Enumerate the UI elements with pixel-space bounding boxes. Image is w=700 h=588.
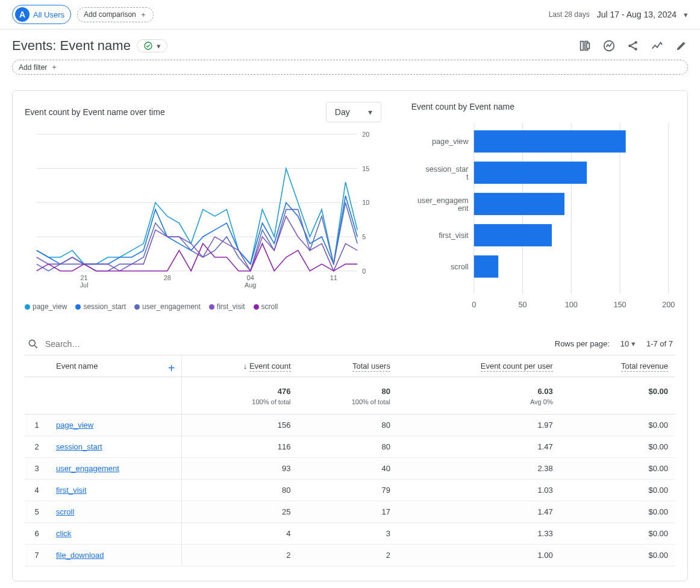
- total-revenue: $0.00: [560, 377, 675, 398]
- event-link[interactable]: first_visit: [56, 486, 87, 495]
- row-revenue: $0.00: [560, 544, 675, 566]
- total-users: 80: [298, 377, 398, 398]
- col-ecpu[interactable]: Event count per user: [481, 361, 553, 372]
- search-icon: [27, 338, 39, 350]
- row-index: 7: [25, 544, 49, 566]
- col-event-name: Event name: [56, 361, 98, 371]
- subtotal-event-count: 100% of total: [181, 398, 298, 414]
- chevron-down-icon: ▾: [684, 10, 688, 19]
- plus-icon: ＋: [140, 10, 147, 20]
- row-ecpu: 1.47: [398, 436, 560, 457]
- table-row: 7 file_download 2 2 1.00 $0.00: [25, 544, 675, 566]
- top-bar: A All Users Add comparison ＋ Last 28 day…: [0, 0, 700, 30]
- svg-text:100: 100: [564, 301, 577, 309]
- svg-text:11: 11: [330, 274, 337, 281]
- rows-per-page-select[interactable]: 10 ▾: [620, 339, 636, 348]
- row-ecpu: 1.47: [398, 501, 560, 522]
- line-chart: 0510152021Jul2804Aug11: [25, 128, 381, 295]
- legend-item[interactable]: user_engagement: [134, 302, 201, 311]
- event-link[interactable]: page_view: [56, 421, 93, 430]
- bar-chart-title: Event count by Event name: [411, 102, 675, 111]
- svg-text:ent: ent: [458, 204, 469, 213]
- svg-rect-44: [474, 255, 498, 278]
- table-row: 4 first_visit 80 79 1.03 $0.00: [25, 479, 675, 501]
- pagination-info: 1-7 of 7: [646, 339, 673, 348]
- svg-text:21: 21: [81, 274, 88, 281]
- add-filter-button[interactable]: Add filter ＋: [12, 60, 688, 75]
- event-link[interactable]: session_start: [56, 442, 102, 451]
- svg-text:0: 0: [472, 301, 476, 309]
- svg-rect-1: [581, 42, 584, 51]
- row-event-name: user_engagement: [49, 457, 181, 479]
- status-dropdown[interactable]: ▾: [137, 39, 167, 52]
- total-event-count: 476: [181, 377, 298, 398]
- search-input[interactable]: [45, 339, 549, 349]
- audience-label: All Users: [33, 10, 64, 19]
- row-index: 6: [25, 522, 49, 544]
- col-event-count[interactable]: Event count: [249, 361, 291, 372]
- legend-item[interactable]: session_start: [75, 302, 126, 311]
- audience-pill[interactable]: A All Users: [12, 5, 71, 24]
- row-index: 4: [25, 479, 49, 501]
- svg-text:Jul: Jul: [80, 281, 89, 289]
- row-count: 2: [181, 544, 298, 566]
- chart-legend: page_viewsession_startuser_engagementfir…: [25, 302, 381, 311]
- row-ecpu: 2.38: [398, 457, 560, 479]
- add-comparison-button[interactable]: Add comparison ＋: [77, 7, 154, 22]
- table-row: 6 click 4 3 1.33 $0.00: [25, 522, 675, 544]
- row-event-name: first_visit: [49, 479, 181, 501]
- row-revenue: $0.00: [560, 501, 675, 522]
- svg-text:10: 10: [362, 199, 369, 206]
- row-event-name: click: [49, 522, 181, 544]
- date-range-picker[interactable]: Last 28 days Jul 17 - Aug 13, 2024 ▾: [549, 10, 688, 19]
- date-range-label: Last 28 days: [549, 10, 590, 19]
- row-count: 93: [181, 457, 298, 479]
- svg-point-0: [145, 42, 152, 49]
- svg-text:t: t: [466, 173, 469, 181]
- bar-chart: 050100150200page_viewsession_startuser_e…: [411, 120, 675, 314]
- event-link[interactable]: user_engagement: [56, 464, 119, 473]
- event-link[interactable]: click: [56, 529, 71, 538]
- report-panel: Event count by Event name over time Day …: [12, 90, 688, 581]
- subtotal-users: 100% of total: [298, 398, 398, 414]
- event-link[interactable]: file_download: [56, 551, 104, 560]
- share-icon[interactable]: [627, 39, 640, 52]
- row-revenue: $0.00: [560, 479, 675, 501]
- svg-text:scroll: scroll: [451, 263, 469, 271]
- row-event-name: session_start: [49, 436, 181, 457]
- page-title: Events: Event name: [12, 38, 131, 54]
- legend-dot-icon: [25, 304, 30, 310]
- granularity-select[interactable]: Day ▾: [326, 102, 381, 122]
- trend-icon[interactable]: [651, 39, 664, 52]
- row-revenue: $0.00: [560, 457, 675, 479]
- event-link[interactable]: scroll: [56, 507, 74, 516]
- insights-icon[interactable]: [602, 39, 616, 52]
- table-row: 5 scroll 25 17 1.47 $0.00: [25, 501, 675, 522]
- row-users: 80: [298, 414, 398, 436]
- row-ecpu: 1.03: [398, 479, 560, 501]
- row-index: 2: [25, 436, 49, 457]
- row-ecpu: 1.33: [398, 522, 560, 544]
- legend-dot-icon: [75, 304, 81, 310]
- row-users: 2: [298, 544, 398, 566]
- legend-item[interactable]: page_view: [25, 302, 67, 311]
- legend-dot-icon: [254, 304, 259, 310]
- svg-text:28: 28: [164, 274, 171, 281]
- row-ecpu: 1.97: [398, 414, 560, 436]
- row-users: 3: [298, 522, 398, 544]
- row-revenue: $0.00: [560, 436, 675, 457]
- total-ecpu: 6.03: [398, 377, 560, 398]
- row-count: 4: [181, 522, 298, 544]
- title-bar: Events: Event name ▾: [0, 30, 700, 57]
- svg-text:page_view: page_view: [432, 137, 469, 146]
- edit-icon[interactable]: [675, 39, 688, 52]
- customize-icon[interactable]: [578, 39, 592, 52]
- row-event-name: scroll: [49, 501, 181, 522]
- row-users: 40: [298, 457, 398, 479]
- col-revenue[interactable]: Total revenue: [621, 361, 668, 372]
- add-dimension-button[interactable]: +: [168, 361, 175, 375]
- legend-item[interactable]: scroll: [254, 302, 278, 311]
- svg-text:5: 5: [362, 233, 366, 240]
- col-total-users[interactable]: Total users: [352, 361, 390, 372]
- legend-item[interactable]: first_visit: [209, 302, 245, 311]
